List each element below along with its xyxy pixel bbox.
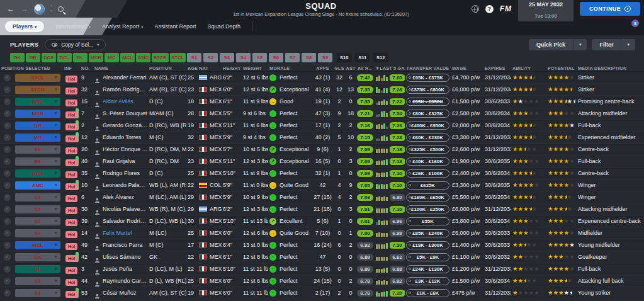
filter-button[interactable]: Filter ▾ xyxy=(592,39,635,50)
holiday-badge[interactable]: Hol xyxy=(65,147,77,154)
column-header[interactable]: POSITION xyxy=(148,65,186,71)
position-filter-s12[interactable]: S12 xyxy=(373,53,388,62)
column-header[interactable]: AGE xyxy=(186,65,198,71)
column-header[interactable]: POSITION SELECTED xyxy=(0,65,63,71)
quick-pick-button[interactable]: Quick Pick ▾ xyxy=(529,39,587,50)
table-row[interactable]: ✓DCL▼Hol15Aldair AvilésD (C)18MEX6'1"11 … xyxy=(0,96,644,108)
row-select-icon[interactable]: ✓ xyxy=(4,194,11,201)
column-header[interactable]: WEIGHT xyxy=(242,65,268,71)
player-name[interactable]: Eduardo Torres xyxy=(103,134,141,140)
position-filter-dl[interactable]: DL xyxy=(73,53,88,62)
position-filter-dcl[interactable]: DCL xyxy=(57,53,72,62)
table-row[interactable]: ✓MCR▼Hol7S. Pérez BouquetM/AM (C)28MEX5'… xyxy=(0,108,644,120)
transfer-value-box[interactable]: £325K - £500K xyxy=(406,145,449,154)
position-filter-stcr[interactable]: STCR xyxy=(152,53,168,62)
row-select-icon[interactable]: ✓ xyxy=(4,74,11,81)
player-name[interactable]: Alexander Ferrari xyxy=(103,74,147,81)
position-filter-s6[interactable]: S6 xyxy=(269,53,283,62)
position-filter-dr[interactable]: DR xyxy=(26,53,40,62)
transfer-value-box[interactable]: £625K xyxy=(406,181,449,190)
transfer-value-box[interactable]: £375K - £800K xyxy=(406,86,449,94)
position-selected-dropdown[interactable]: S8▼ xyxy=(15,157,60,166)
position-filter-s1[interactable]: S1 xyxy=(187,53,201,62)
position-filter-mc[interactable]: MC xyxy=(105,53,119,62)
row-select-icon[interactable]: ✓ xyxy=(4,218,11,225)
transfer-value-box[interactable]: £18K - £300K xyxy=(406,241,449,249)
help-icon[interactable]: ? xyxy=(485,5,494,13)
position-selected-dropdown[interactable]: DL▼ xyxy=(15,265,60,273)
table-row[interactable]: ✓S4▼Hol14Felix MartelM (LC)25MEX6'0"12 s… xyxy=(0,227,644,239)
position-filter-s4[interactable]: S4 xyxy=(236,53,251,62)
holiday-badge[interactable]: Hol xyxy=(65,171,77,178)
holiday-badge[interactable]: Hol xyxy=(65,111,77,118)
row-select-icon[interactable]: ✓ xyxy=(4,122,11,129)
world-icon[interactable] xyxy=(472,5,479,13)
continue-button[interactable]: CONTINUE › xyxy=(580,2,640,16)
position-filter-amc[interactable]: AMC xyxy=(136,53,150,62)
transfer-value-box[interactable]: £95K - £950K xyxy=(406,98,449,106)
notification-badge[interactable]: 3 xyxy=(631,20,639,27)
column-header[interactable]: WAGE xyxy=(451,65,483,71)
row-select-icon[interactable]: ✓ xyxy=(4,182,11,189)
player-name[interactable]: Raymundo García xyxy=(103,278,148,284)
table-row[interactable]: ✓STCR▼Hol32Ramón RodríguezAM (R), ST (C)… xyxy=(0,84,644,96)
row-select-icon[interactable]: ✓ xyxy=(4,86,11,93)
transfer-value-box[interactable]: £40K - £160K xyxy=(406,157,449,166)
position-filter-s11[interactable]: S11 xyxy=(355,53,370,62)
player-name[interactable]: S. Pérez Bouquet xyxy=(103,110,147,116)
filter-chevron-icon[interactable]: ▾ xyxy=(621,39,635,50)
position-filter-s8[interactable]: S8 xyxy=(302,53,316,62)
table-row[interactable]: ✓MC▼Hol12Eduardo TorresM (C)32MEX5'9"9 s… xyxy=(0,132,644,144)
holiday-badge[interactable]: Hol xyxy=(65,88,77,94)
column-header[interactable]: POTENTIAL xyxy=(546,65,577,71)
position-filter-s7[interactable]: S7 xyxy=(285,53,300,62)
holiday-badge[interactable]: Hol xyxy=(65,76,77,82)
column-header[interactable]: NAT xyxy=(198,65,222,71)
row-select-icon[interactable]: ✓ xyxy=(4,278,11,285)
holiday-badge[interactable]: Hol xyxy=(65,291,77,298)
column-header[interactable]: AV R.. xyxy=(356,65,374,71)
player-name[interactable]: Alek Álvarez xyxy=(103,194,134,200)
player-name[interactable]: Salvador Rodríguez xyxy=(103,218,148,224)
holiday-badge[interactable]: Hol xyxy=(65,135,77,142)
player-name[interactable]: Leonardo Palacios xyxy=(103,182,148,188)
column-header[interactable]: AST xyxy=(345,65,356,71)
holiday-badge[interactable]: Hol xyxy=(65,123,77,130)
transfer-value-box[interactable]: £85K - £240K xyxy=(406,229,449,237)
column-header[interactable]: MEDIA DESCRIPTION xyxy=(577,65,644,71)
row-select-icon[interactable]: ✓ xyxy=(4,110,11,117)
table-row[interactable]: ✓S5▼Hol30Nicolás PalavecinoWB (R), M (C)… xyxy=(0,203,644,215)
column-header[interactable]: INF xyxy=(63,65,80,71)
position-selected-dropdown[interactable]: MC▼ xyxy=(15,133,60,142)
player-name[interactable]: Héctor Enrique Ferreira xyxy=(103,146,148,152)
position-filter-s5[interactable]: S5 xyxy=(252,53,267,62)
player-name[interactable]: César Muñoz xyxy=(103,290,137,296)
transfer-value-box[interactable]: £95K - £375K xyxy=(406,74,449,82)
player-name[interactable]: Francisco Parra xyxy=(103,242,143,248)
transfer-value-box[interactable]: £3K - £12K xyxy=(406,277,449,285)
table-row[interactable]: ✓S1▼Hol53César MuñozAM (C), ST (C)19MEX6… xyxy=(0,287,644,299)
position-filter-s9[interactable]: S9 xyxy=(318,53,332,62)
table-row[interactable]: ✓DL▼Hol3Jesús PeñaD (LC), M (L)22MEX5'10… xyxy=(0,263,644,275)
row-select-icon[interactable]: ✓ xyxy=(4,230,11,237)
row-select-icon[interactable]: ✓ xyxy=(4,254,11,261)
position-filter-mcl[interactable]: MCL xyxy=(120,53,135,62)
position-filter-s3[interactable]: S3 xyxy=(220,53,234,62)
transfer-value-box[interactable]: £1K - £6K xyxy=(406,289,449,297)
view-dropdown[interactable]: Copy of Sel... ▾ xyxy=(45,39,106,50)
row-select-icon[interactable]: ✓ xyxy=(4,158,11,165)
tab-players[interactable]: Players▾ xyxy=(5,21,44,32)
player-name[interactable]: Felix Martel xyxy=(103,230,132,236)
column-header[interactable]: NAME xyxy=(93,65,148,71)
column-header[interactable]: MORALE xyxy=(268,65,312,71)
position-selected-dropdown[interactable]: DR▼ xyxy=(15,122,60,130)
position-selected-dropdown[interactable]: STCL▼ xyxy=(15,74,60,82)
position-selected-dropdown[interactable]: DCL▼ xyxy=(15,98,60,106)
holiday-badge[interactable]: Hol xyxy=(65,207,77,214)
column-header[interactable]: ABILITY xyxy=(511,65,546,71)
position-selected-dropdown[interactable]: S4▼ xyxy=(15,229,60,237)
player-name[interactable]: Jesús Peña xyxy=(103,266,132,272)
holiday-badge[interactable]: Hol xyxy=(65,243,77,250)
position-filter-s2[interactable]: S2 xyxy=(203,53,218,62)
position-selected-dropdown[interactable]: S9▼ xyxy=(15,193,60,202)
